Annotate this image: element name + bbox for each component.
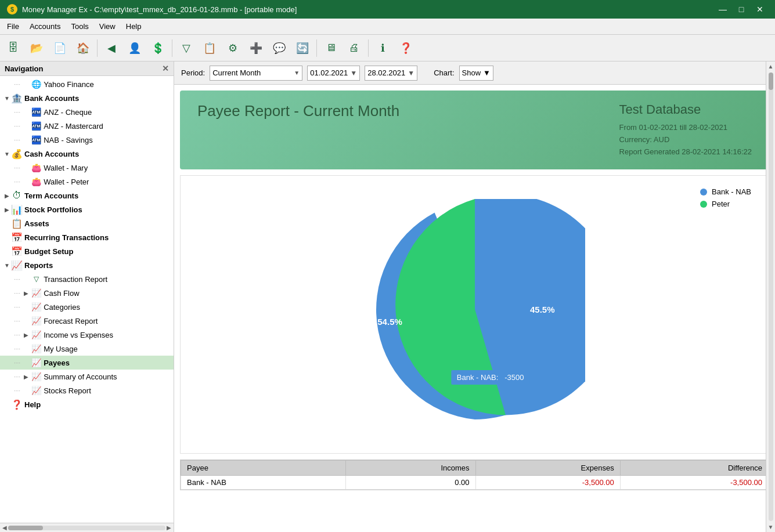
anz-cheque-icon: 🏧	[31, 107, 41, 117]
menu-file[interactable]: File	[2, 20, 24, 32]
period-dropdown-arrow: ▼	[294, 70, 300, 76]
tree-expander	[2, 219, 12, 228]
print-button[interactable]: 🖨	[343, 37, 365, 59]
income-exp-label: Income vs Expenses	[44, 331, 113, 339]
sidebar-item-wallet-mary[interactable]: ···· 👛 Wallet - Mary	[0, 161, 174, 175]
date-from-input[interactable]: 01.02.2021 ▼	[307, 66, 360, 81]
tree-expander	[21, 344, 31, 353]
sidebar-item-anz-mastercard[interactable]: ···· 🏧 ANZ - Mastercard	[0, 119, 174, 133]
tree-expander	[21, 274, 31, 284]
menu-help[interactable]: Help	[121, 20, 146, 32]
wallet-peter-icon: 👛	[31, 176, 41, 187]
sidebar-item-payees[interactable]: ···· 📈 Payees	[0, 356, 174, 370]
maximize-button[interactable]: □	[733, 3, 749, 16]
msg-button[interactable]: 💬	[268, 37, 290, 59]
right-scrollbar: ▲ ▼	[766, 61, 775, 532]
scroll-right-arrow[interactable]: ▶	[165, 524, 172, 531]
user-button[interactable]: 👤	[124, 37, 146, 59]
period-select[interactable]: Current Month ▼	[210, 66, 302, 81]
menu-tools[interactable]: Tools	[66, 20, 93, 32]
scroll-up-arrow[interactable]: ▲	[768, 61, 774, 71]
stock-expander[interactable]: ▶	[2, 205, 12, 214]
dollar-button[interactable]: 💲	[147, 37, 169, 59]
summary-expander[interactable]: ▶	[21, 372, 31, 381]
sidebar-item-term-accounts[interactable]: ▶ ⏱ Term Accounts	[0, 189, 174, 202]
db-button[interactable]: 🗄	[2, 37, 24, 59]
back-button[interactable]: ◀	[100, 37, 122, 59]
anz-cheque-label: ANZ - Cheque	[44, 108, 92, 117]
cell-difference: -3,500.00	[620, 476, 768, 490]
minimize-button[interactable]: —	[715, 3, 731, 16]
table-row[interactable]: Bank - NAB 0.00 -3,500.00 -3,500.00	[181, 476, 769, 490]
window-controls[interactable]: — □ ✕	[715, 3, 768, 16]
home-button[interactable]: 🏠	[72, 37, 94, 59]
income-exp-expander[interactable]: ▶	[21, 330, 31, 339]
date-from-cal-button[interactable]: ▼	[350, 69, 357, 77]
cash-flow-label: Cash Flow	[44, 289, 79, 298]
monitor-button[interactable]: 🖥	[320, 37, 342, 59]
toolbar-sep-1	[97, 39, 98, 57]
sidebar-item-assets[interactable]: 📋 Assets	[0, 216, 174, 230]
wallet-mary-icon: 👛	[31, 162, 41, 173]
tree-expander	[21, 386, 31, 395]
bank-expander[interactable]: ▼	[2, 93, 12, 103]
scroll-thumb[interactable]	[8, 526, 43, 530]
new-button[interactable]: 📄	[49, 37, 71, 59]
close-button[interactable]: ✕	[752, 3, 768, 16]
sidebar-item-income-vs-expenses[interactable]: ···· ▶ 📈 Income vs Expenses	[0, 328, 174, 342]
date-to-cal-button[interactable]: ▼	[408, 69, 414, 77]
sidebar-item-my-usage[interactable]: ···· 📈 My Usage	[0, 342, 174, 356]
sidebar-item-cash-accounts[interactable]: ▼ 💰 Cash Accounts	[0, 147, 174, 161]
sidebar-item-reports[interactable]: ▼ 📈 Reports	[0, 258, 174, 272]
reports-label: Reports	[24, 261, 53, 270]
nab-savings-label: NAB - Savings	[44, 136, 93, 144]
report-button[interactable]: 📋	[199, 37, 221, 59]
open-button[interactable]: 📂	[26, 37, 48, 59]
sidebar-item-recurring[interactable]: 📅 Recurring Transactions	[0, 230, 174, 244]
help-toolbar-button[interactable]: ❓	[395, 37, 417, 59]
filter-button[interactable]: ▽	[175, 37, 197, 59]
menu-accounts[interactable]: Accounts	[25, 20, 65, 32]
sidebar-item-transaction-report[interactable]: ···· ▽ Transaction Report	[0, 272, 174, 286]
scroll-down-arrow[interactable]: ▼	[768, 522, 774, 532]
term-expander[interactable]: ▶	[2, 191, 12, 200]
nav-close-button[interactable]: ✕	[162, 64, 169, 73]
sidebar-item-yahoo[interactable]: ···· 🌐 Yahoo Finance	[0, 77, 174, 91]
title-bar: $ Money Manager Ex - C:\empty\test_mmex_…	[0, 0, 775, 19]
assets-icon: 📋	[12, 218, 22, 229]
refresh-button[interactable]: 🔄	[291, 37, 313, 59]
scroll-thumb[interactable]	[769, 73, 773, 90]
sidebar-item-wallet-peter[interactable]: ···· 👛 Wallet - Peter	[0, 175, 174, 189]
scroll-left-arrow[interactable]: ◀	[1, 524, 8, 531]
transaction-report-label: Transaction Report	[44, 275, 107, 284]
sidebar-item-bank-accounts[interactable]: ▼ 🏦 Bank Accounts	[0, 91, 174, 105]
menu-view[interactable]: View	[95, 20, 120, 32]
chart-select[interactable]: Show ▼	[459, 66, 493, 81]
nav-horizontal-scrollbar[interactable]: ◀ ▶	[0, 523, 174, 532]
sidebar-item-budget[interactable]: 📅 Budget Setup	[0, 244, 174, 258]
sidebar-item-help[interactable]: ❓ Help	[0, 397, 174, 411]
main-container: Navigation ✕ ···· 🌐 Yahoo Finance ▼ 🏦 Ba…	[0, 61, 775, 532]
reports-expander[interactable]: ▼	[2, 260, 12, 270]
add-button[interactable]: ➕	[245, 37, 267, 59]
col-expenses: Expenses	[475, 461, 620, 476]
term-label: Term Accounts	[24, 191, 78, 200]
sidebar-item-nab-savings[interactable]: ···· 🏧 NAB - Savings	[0, 133, 174, 147]
sidebar-item-stock-portfolios[interactable]: ▶ 📊 Stock Portfolios	[0, 202, 174, 216]
report-table-area: Payee Incomes Expenses Difference Bank -…	[180, 459, 769, 490]
date-to-input[interactable]: 28.02.2021 ▼	[365, 66, 417, 81]
sidebar-item-anz-cheque[interactable]: ···· 🏧 ANZ - Cheque	[0, 105, 174, 119]
info-button[interactable]: ℹ	[372, 37, 394, 59]
sidebar-item-forecast[interactable]: ···· 📈 Forecast Report	[0, 314, 174, 328]
cash-flow-expander[interactable]: ▶	[21, 288, 31, 298]
sidebar-item-categories[interactable]: ···· 📈 Categories	[0, 300, 174, 314]
report-area: Payee Report - Current Month Test Databa…	[174, 85, 775, 532]
gear-button[interactable]: ⚙	[222, 37, 244, 59]
tree-dots: ····	[14, 332, 20, 338]
tree-expander	[21, 107, 31, 117]
cash-expander[interactable]: ▼	[2, 149, 12, 158]
sidebar-item-cash-flow[interactable]: ···· ▶ 📈 Cash Flow	[0, 286, 174, 300]
sidebar-item-stocks-report[interactable]: ···· 📈 Stocks Report	[0, 383, 174, 397]
tree-dots: ····	[14, 123, 20, 129]
sidebar-item-summary[interactable]: ···· ▶ 📈 Summary of Accounts	[0, 370, 174, 383]
